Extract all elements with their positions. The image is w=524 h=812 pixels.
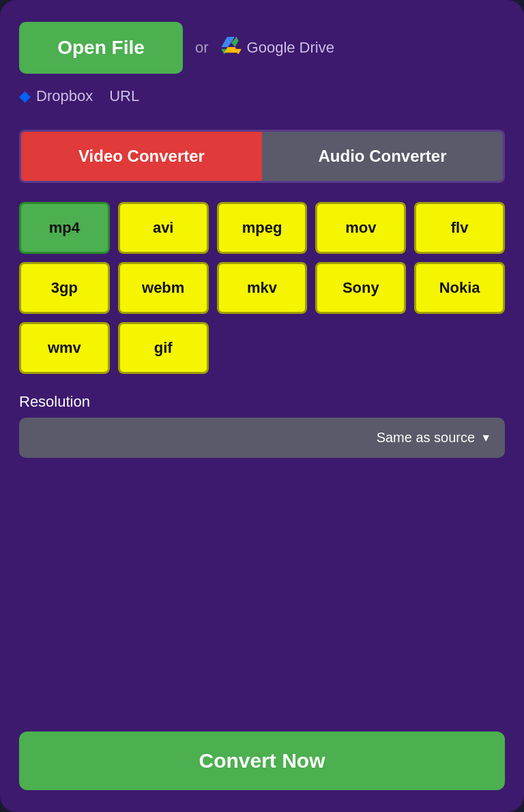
google-drive-label: Google Drive xyxy=(247,39,334,57)
resolution-label: Resolution xyxy=(19,393,505,411)
open-file-button[interactable]: Open File xyxy=(19,22,183,74)
google-drive-link[interactable]: Google Drive xyxy=(221,37,334,59)
format-btn-mkv[interactable]: mkv xyxy=(217,262,308,314)
app-container: Open File or Google Drive ◆ Dropbox URL xyxy=(0,0,524,812)
second-row: ◆ Dropbox URL xyxy=(19,87,505,105)
url-link[interactable]: URL xyxy=(109,87,139,105)
dropbox-link[interactable]: ◆ Dropbox xyxy=(19,87,93,105)
dropbox-label: Dropbox xyxy=(36,87,93,105)
format-btn-gif[interactable]: gif xyxy=(118,322,209,374)
format-btn-avi[interactable]: avi xyxy=(118,202,209,254)
format-btn-wmv[interactable]: wmv xyxy=(19,322,110,374)
top-row: Open File or Google Drive xyxy=(19,22,505,74)
resolution-dropdown[interactable]: Same as source ▼ xyxy=(19,418,505,458)
format-btn-nokia[interactable]: Nokia xyxy=(414,262,505,314)
or-text: or xyxy=(195,39,209,57)
tab-audio-converter[interactable]: Audio Converter xyxy=(262,132,503,181)
converter-tabs: Video Converter Audio Converter xyxy=(19,130,505,183)
format-btn-mp4[interactable]: mp4 xyxy=(19,202,110,254)
format-btn-flv[interactable]: flv xyxy=(414,202,505,254)
resolution-section: Resolution Same as source ▼ xyxy=(19,393,505,485)
convert-now-button[interactable]: Convert Now xyxy=(19,731,505,790)
format-btn-webm[interactable]: webm xyxy=(118,262,209,314)
format-grid: mp4avimpegmovflv3gpwebmmkvSonyNokiawmvgi… xyxy=(19,202,505,374)
format-btn-3gp[interactable]: 3gp xyxy=(19,262,110,314)
format-btn-mov[interactable]: mov xyxy=(315,202,406,254)
resolution-value: Same as source xyxy=(377,430,476,446)
google-drive-icon xyxy=(221,37,242,59)
format-btn-sony[interactable]: Sony xyxy=(315,262,406,314)
tab-video-converter[interactable]: Video Converter xyxy=(21,132,262,181)
format-btn-mpeg[interactable]: mpeg xyxy=(217,202,308,254)
chevron-down-icon: ▼ xyxy=(480,432,491,444)
dropbox-icon: ◆ xyxy=(19,87,31,105)
